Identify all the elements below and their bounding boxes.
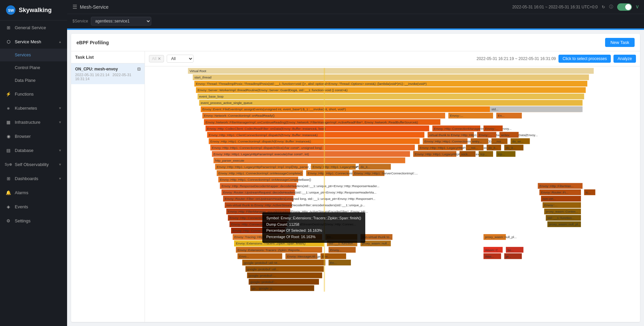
- flame-bar[interactable]: [471, 138, 488, 144]
- new-task-button[interactable]: New Task: [605, 38, 635, 47]
- flame-bar[interactable]: [247, 272, 322, 278]
- flame-bar[interactable]: [477, 132, 496, 138]
- flame-bar[interactable]: [479, 151, 493, 157]
- sidebar-item-events[interactable]: ◈ Events: [0, 200, 67, 214]
- flame-bar[interactable]: [483, 253, 501, 259]
- flame-bar[interactable]: [539, 189, 581, 195]
- flame-bar[interactable]: [546, 215, 581, 221]
- flame-bar[interactable]: [418, 145, 463, 150]
- sidebar-item-data-plane[interactable]: Data Plane: [0, 74, 67, 87]
- flame-bar[interactable]: [218, 177, 298, 182]
- flame-bar[interactable]: [504, 253, 522, 259]
- flame-bar[interactable]: [487, 145, 501, 150]
- sidebar-item-database[interactable]: ▤ Database ▼: [0, 143, 67, 157]
- menu-icon[interactable]: ☰: [72, 4, 77, 10]
- flame-bar[interactable]: [499, 132, 519, 138]
- flame-bar[interactable]: [194, 81, 587, 87]
- service-select[interactable]: agentless::service1: [91, 17, 151, 25]
- flame-bar[interactable]: [491, 138, 507, 144]
- flame-svg[interactable]: Virtual Root start_thread Envoy::Thread:…: [145, 66, 640, 322]
- info-icon[interactable]: ⓘ: [609, 4, 613, 10]
- flame-bar-zipkin-finish[interactable]: [234, 240, 324, 246]
- sidebar-item-control-plane[interactable]: Control Plane: [0, 61, 67, 74]
- flame-bar[interactable]: [506, 247, 523, 253]
- flame-bar[interactable]: [250, 285, 314, 291]
- flame-bar[interactable]: [212, 151, 410, 157]
- flame-bar[interactable]: [223, 196, 293, 202]
- flame-bar[interactable]: [210, 145, 415, 150]
- flame-bar[interactable]: [483, 247, 502, 253]
- flame-bar[interactable]: [188, 68, 594, 74]
- click-process-button[interactable]: Click to select processes: [558, 55, 611, 63]
- flame-bar[interactable]: [490, 106, 583, 112]
- toggle-switch[interactable]: [617, 3, 632, 11]
- sidebar-item-general-service[interactable]: ⊞ General Service: [0, 20, 67, 35]
- flame-bar[interactable]: [496, 151, 516, 157]
- flame-bar[interactable]: [228, 215, 288, 221]
- flame-bar[interactable]: [448, 113, 493, 118]
- flame-bar[interactable]: [306, 170, 350, 176]
- flame-bar[interactable]: [541, 196, 581, 202]
- flame-bar[interactable]: [231, 228, 285, 233]
- flame-bar[interactable]: [199, 100, 583, 106]
- flame-bar[interactable]: [511, 138, 530, 144]
- flame-bar[interactable]: [327, 240, 357, 246]
- flame-bar[interactable]: [225, 202, 292, 208]
- flame-bar[interactable]: [359, 164, 391, 170]
- flame-bar[interactable]: [428, 132, 474, 138]
- sidebar-item-alarms[interactable]: 🔔 Alarms: [0, 185, 67, 200]
- flame-bar[interactable]: [329, 247, 356, 253]
- flame-bar[interactable]: [423, 138, 467, 144]
- flame-bar[interactable]: [236, 247, 322, 253]
- flame-bar[interactable]: [214, 157, 406, 163]
- flame-bar[interactable]: [432, 125, 480, 131]
- flame-bar[interactable]: [229, 221, 287, 227]
- reload-icon[interactable]: ↻: [602, 5, 605, 9]
- flame-bar[interactable]: [198, 94, 584, 99]
- flame-bar[interactable]: [215, 164, 308, 170]
- flame-bar[interactable]: [204, 119, 440, 125]
- flame-bar[interactable]: [329, 260, 351, 265]
- flame-bar[interactable]: [237, 253, 282, 259]
- flame-bar[interactable]: [249, 279, 319, 284]
- sidebar-item-kubernetes[interactable]: ⎈ Kubernetes ▼: [0, 101, 67, 115]
- tag-remove-icon[interactable]: ✕: [158, 56, 161, 61]
- flame-bar[interactable]: [209, 138, 420, 144]
- flame-bar[interactable]: [353, 170, 384, 176]
- flame-bar[interactable]: [483, 234, 506, 240]
- flame-bar[interactable]: [496, 113, 522, 118]
- flame-bar[interactable]: [217, 170, 303, 176]
- flame-bar[interactable]: [226, 209, 290, 214]
- analyze-button[interactable]: Analyze: [613, 55, 636, 63]
- flame-bar[interactable]: [233, 234, 322, 240]
- flame-bar[interactable]: [246, 266, 324, 272]
- flame-bar[interactable]: [221, 189, 295, 195]
- flame-bar[interactable]: [325, 234, 357, 240]
- flame-bar[interactable]: [544, 209, 581, 214]
- sidebar-item-infrastructure[interactable]: ▦ Infrastructure ▼: [0, 115, 67, 129]
- task-item[interactable]: ON_CPU: mesh-envoy ⊡ 2022-05-31 16:21:14…: [71, 63, 145, 84]
- flame-bar[interactable]: [466, 145, 483, 150]
- flame-bar[interactable]: [311, 164, 356, 170]
- flame-bar[interactable]: [285, 253, 317, 259]
- flame-bar[interactable]: [547, 221, 581, 227]
- sidebar-item-functions[interactable]: ⚡ Functions: [0, 87, 67, 101]
- flame-bar[interactable]: [543, 202, 581, 208]
- sidebar-item-settings[interactable]: ⚙ Settings: [0, 214, 67, 228]
- flame-bar[interactable]: [483, 125, 502, 131]
- flame-bar[interactable]: [242, 260, 325, 265]
- sidebar-item-browser[interactable]: ◉ Browser: [0, 129, 67, 143]
- flame-bar[interactable]: [193, 74, 589, 80]
- flame-bar[interactable]: [220, 183, 297, 189]
- flame-bar[interactable]: [207, 132, 425, 138]
- flame-graph[interactable]: Virtual Root start_thread Envoy::Thread:…: [145, 66, 640, 322]
- sidebar-item-self-observability[interactable]: Sy⊕ Self Observability ▼: [0, 157, 67, 171]
- flame-bar[interactable]: [460, 151, 476, 157]
- sidebar-item-services[interactable]: Services: [0, 49, 67, 61]
- sidebar-item-service-mesh[interactable]: ⬡ Service Mesh ▲: [0, 35, 67, 49]
- task-icon[interactable]: ⊡: [137, 67, 141, 71]
- filter-dropdown[interactable]: All: [167, 55, 194, 63]
- flame-bar[interactable]: [206, 125, 429, 131]
- flame-bar[interactable]: [504, 145, 523, 150]
- flame-bar[interactable]: [361, 240, 391, 246]
